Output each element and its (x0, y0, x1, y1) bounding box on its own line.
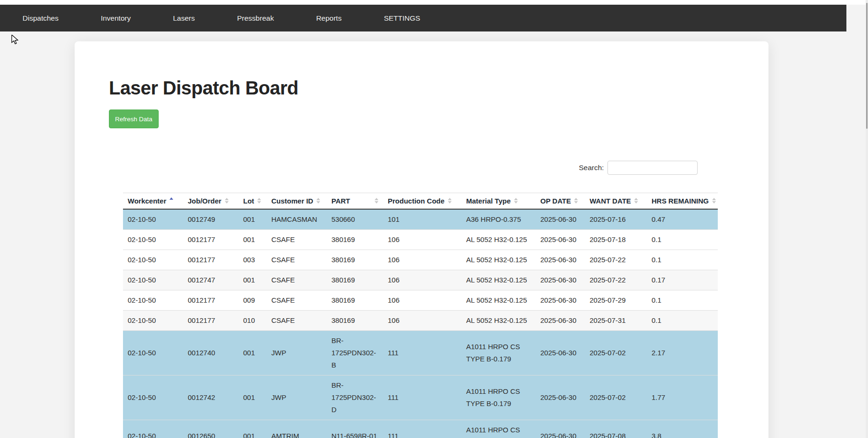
table-cell: 380169 (327, 229, 383, 250)
column-label: Lot (243, 197, 254, 205)
table-cell: 0.1 (647, 250, 718, 270)
column-header-production-code[interactable]: Production Code (383, 193, 461, 209)
table-cell: 106 (383, 250, 461, 270)
table-cell: A1011 HRPO CS TYPE B-0.179 (461, 375, 536, 420)
column-header-workcenter[interactable]: Workcenter (123, 193, 183, 209)
table-cell: 2025-06-30 (536, 290, 585, 310)
table-cell: 106 (383, 229, 461, 250)
column-header-lot[interactable]: Lot (238, 193, 267, 209)
column-label: Production Code (388, 197, 445, 205)
table-cell: CSAFE (267, 290, 327, 310)
nav-item-settings[interactable]: SETTINGS (384, 14, 421, 23)
table-cell: 0.1 (647, 290, 718, 310)
table-cell: 0012177 (183, 229, 238, 250)
table-cell: 0.47 (647, 209, 718, 230)
table-cell: 2.17 (647, 330, 718, 375)
table-cell: 02-10-50 (123, 209, 183, 230)
mouse-cursor (11, 35, 21, 45)
column-label: WANT DATE (590, 197, 631, 205)
table-cell: A36 HRPO-0.375 (461, 209, 536, 230)
column-label: Customer ID (271, 197, 313, 205)
table-cell: 0012177 (183, 250, 238, 270)
table-cell: JWP (267, 330, 327, 375)
table-cell: AMTRIM (267, 420, 327, 438)
navbar-items: DispatchesInventoryLasersPressbreakRepor… (23, 14, 420, 23)
table-row[interactable]: 02-10-500012177009CSAFE380169106AL 5052 … (123, 290, 718, 310)
navbar: DispatchesInventoryLasersPressbreakRepor… (0, 5, 846, 31)
table-cell: 02-10-50 (123, 290, 183, 310)
sort-both-icon (712, 198, 716, 203)
table-cell: 001 (238, 375, 267, 420)
table-cell: 2025-06-30 (536, 250, 585, 270)
table-cell: 2025-07-29 (585, 290, 647, 310)
table-cell: 02-10-50 (123, 330, 183, 375)
scrollbar-thumb[interactable] (866, 3, 868, 129)
table-cell: AL 5052 H32-0.125 (461, 310, 536, 330)
table-cell: 001 (238, 209, 267, 230)
search-control: Search: (579, 161, 698, 175)
table-cell: 111 (383, 420, 461, 438)
table-cell: A1011 HRPO CS TYPE B-0.179 (461, 420, 536, 438)
table-cell: 0012749 (183, 209, 238, 230)
table-cell: CSAFE (267, 229, 327, 250)
browser-scrollbar[interactable] (866, 0, 868, 438)
table-row[interactable]: 02-10-500012747001CSAFE380169106AL 5052 … (123, 270, 718, 290)
table-cell: CSAFE (267, 250, 327, 270)
table-cell: 2025-06-30 (536, 229, 585, 250)
nav-item-inventory[interactable]: Inventory (101, 14, 131, 23)
column-header-material-type[interactable]: Material Type (461, 193, 536, 209)
nav-item-lasers[interactable]: Lasers (173, 14, 195, 23)
table-row[interactable]: 02-10-500012742001JWPBR-1725PDN302-D111A… (123, 375, 718, 420)
column-header-op-date[interactable]: OP DATE (536, 193, 585, 209)
table-row[interactable]: 02-10-500012749001HAMCASMAN530660101A36 … (123, 209, 718, 230)
table-cell: 2025-07-22 (585, 270, 647, 290)
table-cell: 380169 (327, 250, 383, 270)
table-cell: CSAFE (267, 310, 327, 330)
nav-item-reports[interactable]: Reports (316, 14, 341, 23)
table-cell: 101 (383, 209, 461, 230)
table-cell: CSAFE (267, 270, 327, 290)
table-cell: AL 5052 H32-0.125 (461, 229, 536, 250)
column-header-customer-id[interactable]: Customer ID (267, 193, 327, 209)
table-row[interactable]: 02-10-500012177010CSAFE380169106AL 5052 … (123, 310, 718, 330)
table-cell: 0.1 (647, 310, 718, 330)
sort-both-icon (316, 198, 320, 203)
table-cell: 2025-07-08 (585, 420, 647, 438)
refresh-data-button[interactable]: Refresh Data (109, 110, 159, 128)
table-body: 02-10-500012749001HAMCASMAN530660101A36 … (123, 209, 718, 438)
table-cell: 2025-07-31 (585, 310, 647, 330)
sort-both-icon (448, 198, 452, 203)
table-cell: 2025-07-16 (585, 209, 647, 230)
table-cell: 380169 (327, 290, 383, 310)
column-header-hrs-remaining[interactable]: HRS REMAINING (647, 193, 718, 209)
table-cell: 2025-07-02 (585, 375, 647, 420)
table-row[interactable]: 02-10-500012177001CSAFE380169106AL 5052 … (123, 229, 718, 250)
table-cell: 003 (238, 250, 267, 270)
column-header-want-date[interactable]: WANT DATE (585, 193, 647, 209)
column-header-job-order[interactable]: Job/Order (183, 193, 238, 209)
table-row[interactable]: 02-10-500012650001AMTRIMN11-6598R-01111A… (123, 420, 718, 438)
column-label: Workcenter (128, 197, 166, 205)
sort-both-icon (574, 198, 578, 203)
column-header-part[interactable]: PART (327, 193, 383, 209)
table-cell: 02-10-50 (123, 375, 183, 420)
column-label: Job/Order (188, 197, 222, 205)
search-label: Search: (579, 164, 604, 172)
table-cell: 380169 (327, 270, 383, 290)
table-row[interactable]: 02-10-500012177003CSAFE380169106AL 5052 … (123, 250, 718, 270)
sort-asc-icon (169, 197, 173, 200)
nav-item-dispatches[interactable]: Dispatches (23, 14, 59, 23)
table-cell: 02-10-50 (123, 270, 183, 290)
table-row[interactable]: 02-10-500012740001JWPBR-1725PDN302-B111A… (123, 330, 718, 375)
table-cell: 0.17 (647, 270, 718, 290)
search-input[interactable] (607, 161, 698, 175)
sort-both-icon (257, 198, 261, 203)
table-header: WorkcenterJob/OrderLotCustomer IDPARTPro… (123, 193, 718, 209)
table-cell: AL 5052 H32-0.125 (461, 290, 536, 310)
table-cell: 1.77 (647, 375, 718, 420)
table-cell: 2025-06-30 (536, 209, 585, 230)
table-cell: 106 (383, 310, 461, 330)
table-cell: 001 (238, 420, 267, 438)
nav-item-pressbreak[interactable]: Pressbreak (237, 14, 274, 23)
table-cell: 02-10-50 (123, 310, 183, 330)
